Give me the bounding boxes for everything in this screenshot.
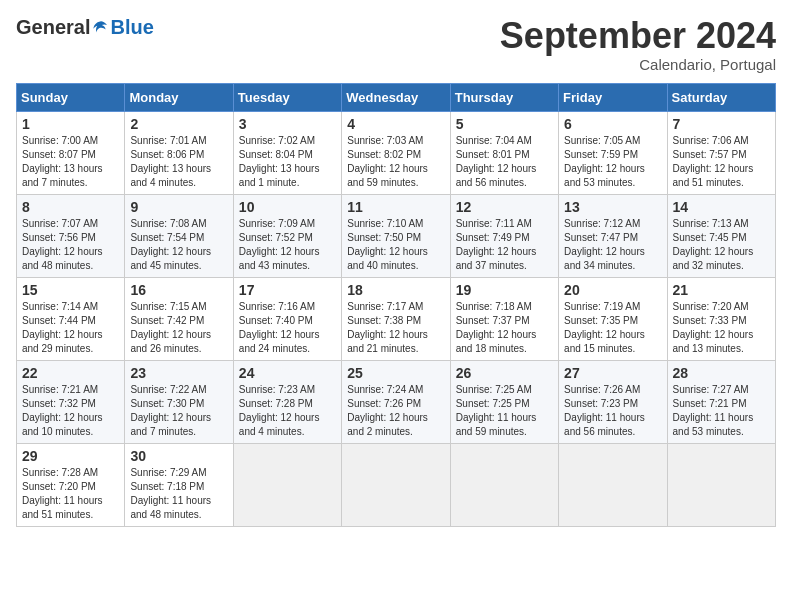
header-friday: Friday (559, 83, 667, 111)
logo-general-text: General (16, 16, 90, 39)
day-detail: Sunrise: 7:25 AM Sunset: 7:25 PM Dayligh… (456, 383, 553, 439)
day-detail: Sunrise: 7:21 AM Sunset: 7:32 PM Dayligh… (22, 383, 119, 439)
calendar-cell: 23 Sunrise: 7:22 AM Sunset: 7:30 PM Dayl… (125, 360, 233, 443)
day-number: 2 (130, 116, 227, 132)
day-detail: Sunrise: 7:26 AM Sunset: 7:23 PM Dayligh… (564, 383, 661, 439)
day-detail: Sunrise: 7:24 AM Sunset: 7:26 PM Dayligh… (347, 383, 444, 439)
day-number: 26 (456, 365, 553, 381)
day-number: 13 (564, 199, 661, 215)
calendar-cell: 7 Sunrise: 7:06 AM Sunset: 7:57 PM Dayli… (667, 111, 775, 194)
day-number: 5 (456, 116, 553, 132)
day-detail: Sunrise: 7:02 AM Sunset: 8:04 PM Dayligh… (239, 134, 336, 190)
day-detail: Sunrise: 7:07 AM Sunset: 7:56 PM Dayligh… (22, 217, 119, 273)
day-detail: Sunrise: 7:01 AM Sunset: 8:06 PM Dayligh… (130, 134, 227, 190)
location-subtitle: Calendario, Portugal (500, 56, 776, 73)
day-number: 7 (673, 116, 770, 132)
calendar-cell: 1 Sunrise: 7:00 AM Sunset: 8:07 PM Dayli… (17, 111, 125, 194)
calendar-week-row: 22 Sunrise: 7:21 AM Sunset: 7:32 PM Dayl… (17, 360, 776, 443)
day-detail: Sunrise: 7:18 AM Sunset: 7:37 PM Dayligh… (456, 300, 553, 356)
page-header: General Blue September 2024 Calendario, … (16, 16, 776, 73)
day-number: 12 (456, 199, 553, 215)
logo: General Blue (16, 16, 154, 39)
day-detail: Sunrise: 7:14 AM Sunset: 7:44 PM Dayligh… (22, 300, 119, 356)
day-detail: Sunrise: 7:12 AM Sunset: 7:47 PM Dayligh… (564, 217, 661, 273)
day-detail: Sunrise: 7:17 AM Sunset: 7:38 PM Dayligh… (347, 300, 444, 356)
calendar-cell: 26 Sunrise: 7:25 AM Sunset: 7:25 PM Dayl… (450, 360, 558, 443)
calendar-cell: 6 Sunrise: 7:05 AM Sunset: 7:59 PM Dayli… (559, 111, 667, 194)
day-number: 18 (347, 282, 444, 298)
calendar-table: Sunday Monday Tuesday Wednesday Thursday… (16, 83, 776, 527)
calendar-cell: 28 Sunrise: 7:27 AM Sunset: 7:21 PM Dayl… (667, 360, 775, 443)
day-number: 29 (22, 448, 119, 464)
day-number: 25 (347, 365, 444, 381)
calendar-cell: 18 Sunrise: 7:17 AM Sunset: 7:38 PM Dayl… (342, 277, 450, 360)
day-detail: Sunrise: 7:20 AM Sunset: 7:33 PM Dayligh… (673, 300, 770, 356)
calendar-cell: 21 Sunrise: 7:20 AM Sunset: 7:33 PM Dayl… (667, 277, 775, 360)
calendar-cell: 3 Sunrise: 7:02 AM Sunset: 8:04 PM Dayli… (233, 111, 341, 194)
calendar-cell: 17 Sunrise: 7:16 AM Sunset: 7:40 PM Dayl… (233, 277, 341, 360)
day-number: 30 (130, 448, 227, 464)
day-detail: Sunrise: 7:00 AM Sunset: 8:07 PM Dayligh… (22, 134, 119, 190)
calendar-cell: 19 Sunrise: 7:18 AM Sunset: 7:37 PM Dayl… (450, 277, 558, 360)
day-detail: Sunrise: 7:15 AM Sunset: 7:42 PM Dayligh… (130, 300, 227, 356)
header-sunday: Sunday (17, 83, 125, 111)
day-number: 28 (673, 365, 770, 381)
calendar-cell (450, 443, 558, 526)
day-detail: Sunrise: 7:04 AM Sunset: 8:01 PM Dayligh… (456, 134, 553, 190)
day-detail: Sunrise: 7:13 AM Sunset: 7:45 PM Dayligh… (673, 217, 770, 273)
calendar-cell (559, 443, 667, 526)
calendar-week-row: 8 Sunrise: 7:07 AM Sunset: 7:56 PM Dayli… (17, 194, 776, 277)
day-number: 20 (564, 282, 661, 298)
day-headers-row: Sunday Monday Tuesday Wednesday Thursday… (17, 83, 776, 111)
day-number: 16 (130, 282, 227, 298)
calendar-cell: 30 Sunrise: 7:29 AM Sunset: 7:18 PM Dayl… (125, 443, 233, 526)
calendar-cell (667, 443, 775, 526)
day-number: 23 (130, 365, 227, 381)
day-detail: Sunrise: 7:08 AM Sunset: 7:54 PM Dayligh… (130, 217, 227, 273)
day-detail: Sunrise: 7:06 AM Sunset: 7:57 PM Dayligh… (673, 134, 770, 190)
day-number: 15 (22, 282, 119, 298)
calendar-cell: 2 Sunrise: 7:01 AM Sunset: 8:06 PM Dayli… (125, 111, 233, 194)
day-detail: Sunrise: 7:09 AM Sunset: 7:52 PM Dayligh… (239, 217, 336, 273)
logo-bird-icon (92, 19, 110, 37)
header-tuesday: Tuesday (233, 83, 341, 111)
calendar-cell: 20 Sunrise: 7:19 AM Sunset: 7:35 PM Dayl… (559, 277, 667, 360)
calendar-cell: 15 Sunrise: 7:14 AM Sunset: 7:44 PM Dayl… (17, 277, 125, 360)
day-number: 27 (564, 365, 661, 381)
day-number: 22 (22, 365, 119, 381)
calendar-cell (233, 443, 341, 526)
logo-blue-text: Blue (110, 16, 153, 39)
calendar-cell: 4 Sunrise: 7:03 AM Sunset: 8:02 PM Dayli… (342, 111, 450, 194)
calendar-cell: 14 Sunrise: 7:13 AM Sunset: 7:45 PM Dayl… (667, 194, 775, 277)
calendar-week-row: 29 Sunrise: 7:28 AM Sunset: 7:20 PM Dayl… (17, 443, 776, 526)
calendar-cell: 12 Sunrise: 7:11 AM Sunset: 7:49 PM Dayl… (450, 194, 558, 277)
day-number: 1 (22, 116, 119, 132)
header-monday: Monday (125, 83, 233, 111)
day-detail: Sunrise: 7:03 AM Sunset: 8:02 PM Dayligh… (347, 134, 444, 190)
calendar-cell: 5 Sunrise: 7:04 AM Sunset: 8:01 PM Dayli… (450, 111, 558, 194)
title-block: September 2024 Calendario, Portugal (500, 16, 776, 73)
calendar-cell: 22 Sunrise: 7:21 AM Sunset: 7:32 PM Dayl… (17, 360, 125, 443)
day-number: 24 (239, 365, 336, 381)
day-number: 6 (564, 116, 661, 132)
day-number: 17 (239, 282, 336, 298)
calendar-cell: 24 Sunrise: 7:23 AM Sunset: 7:28 PM Dayl… (233, 360, 341, 443)
calendar-cell: 27 Sunrise: 7:26 AM Sunset: 7:23 PM Dayl… (559, 360, 667, 443)
calendar-cell: 29 Sunrise: 7:28 AM Sunset: 7:20 PM Dayl… (17, 443, 125, 526)
day-number: 21 (673, 282, 770, 298)
day-detail: Sunrise: 7:28 AM Sunset: 7:20 PM Dayligh… (22, 466, 119, 522)
day-detail: Sunrise: 7:22 AM Sunset: 7:30 PM Dayligh… (130, 383, 227, 439)
calendar-cell: 11 Sunrise: 7:10 AM Sunset: 7:50 PM Dayl… (342, 194, 450, 277)
day-number: 10 (239, 199, 336, 215)
header-thursday: Thursday (450, 83, 558, 111)
calendar-cell: 10 Sunrise: 7:09 AM Sunset: 7:52 PM Dayl… (233, 194, 341, 277)
calendar-week-row: 1 Sunrise: 7:00 AM Sunset: 8:07 PM Dayli… (17, 111, 776, 194)
day-number: 8 (22, 199, 119, 215)
day-number: 14 (673, 199, 770, 215)
month-title: September 2024 (500, 16, 776, 56)
day-number: 3 (239, 116, 336, 132)
calendar-cell: 9 Sunrise: 7:08 AM Sunset: 7:54 PM Dayli… (125, 194, 233, 277)
header-saturday: Saturday (667, 83, 775, 111)
day-detail: Sunrise: 7:29 AM Sunset: 7:18 PM Dayligh… (130, 466, 227, 522)
day-number: 4 (347, 116, 444, 132)
